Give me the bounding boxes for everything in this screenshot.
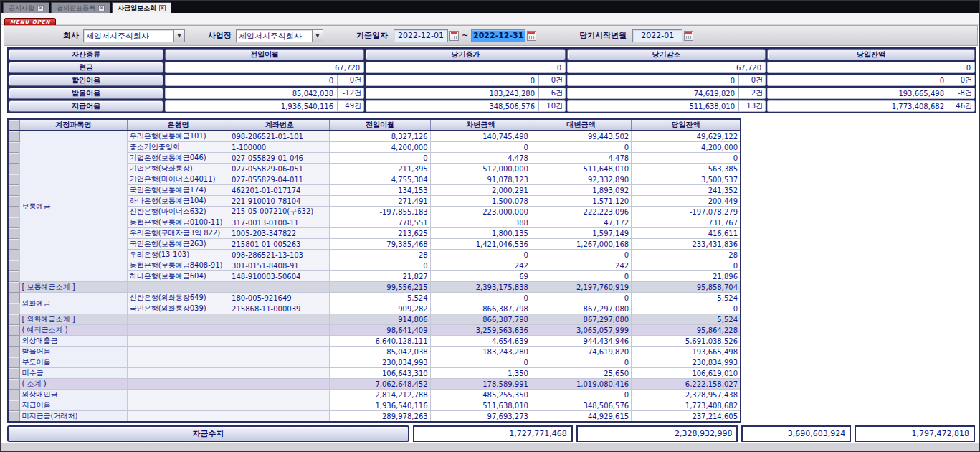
account-number-cell — [229, 411, 330, 423]
company-select[interactable]: 제일저지주식회사 ▼ — [83, 29, 185, 42]
amount-cell: 1,773,408,68246건 — [767, 100, 975, 112]
debit-cell: 178,589,991 — [430, 379, 531, 390]
row-selector[interactable] — [8, 260, 19, 271]
row-selector[interactable] — [8, 336, 19, 347]
amount-value: 1,936,540,116 — [166, 103, 337, 110]
detail-header-account-number: 계좌번호 — [229, 119, 330, 131]
close-icon[interactable]: × — [159, 5, 166, 11]
carryover-cell: 4,755,304 — [330, 174, 430, 185]
period-start-input[interactable]: 2022-01 — [632, 29, 682, 42]
carryover-cell: 5,524 — [330, 293, 430, 303]
credit-cell: 0 — [531, 271, 631, 282]
account-name-cell: 지급어음 — [19, 400, 127, 411]
balance-cell: 4,200,000 — [632, 142, 741, 153]
row-selector[interactable] — [8, 174, 19, 185]
balance-cell: 0 — [632, 153, 741, 164]
status-strip — [1, 443, 979, 451]
carryover-cell: 6,640,128,111 — [330, 336, 430, 347]
row-selector[interactable] — [8, 131, 19, 142]
row-selector[interactable] — [8, 239, 19, 250]
balance-cell: 230,834,993 — [632, 357, 741, 368]
tab-voucher-entry[interactable]: 결의전표등록 × — [51, 2, 110, 13]
calendar-icon[interactable] — [684, 31, 693, 41]
row-selector[interactable] — [8, 357, 19, 368]
carryover-cell: 778,551 — [330, 217, 430, 228]
row-selector[interactable] — [8, 390, 19, 400]
count-value: 49건 — [337, 101, 363, 111]
count-value: -8건 — [948, 88, 974, 98]
table-row[interactable]: 부도어음230,834,99300230,834,993 — [8, 357, 741, 368]
tab-notice[interactable]: 공지사항 × — [3, 2, 49, 13]
debit-cell: 2,000,291 — [430, 185, 531, 196]
row-selector[interactable] — [8, 400, 19, 411]
row-selector[interactable] — [8, 303, 19, 314]
row-selector[interactable] — [8, 217, 19, 228]
table-row[interactable]: [ 외화예금소계 ]914,806866,387,798867,297,0805… — [8, 314, 741, 325]
bank-name-cell: 기업은행(보통예금046) — [127, 153, 229, 164]
table-row[interactable]: 받을어음85,042,038183,243,28074,619,820193,6… — [8, 347, 741, 357]
site-select[interactable]: 제일저지주식회사 ▼ — [236, 29, 323, 42]
account-number-cell: 215868-11-000039 — [229, 303, 330, 314]
row-selector[interactable] — [8, 271, 19, 282]
table-row[interactable]: 보통예금우리은행(보통예금101)098-286521-01-1018,327,… — [8, 131, 741, 142]
row-selector[interactable] — [8, 325, 19, 336]
table-row[interactable]: 외상매입금2,814,212,788485,255,35002,328,957,… — [8, 390, 741, 400]
table-row[interactable]: ( 소계 )7,062,648,452178,589,9911,019,080,… — [8, 379, 741, 390]
carryover-cell: 8,327,126 — [330, 131, 430, 142]
table-row[interactable]: [ 보통예금소계 ]-99,556,2152,393,175,8382,197,… — [8, 282, 741, 293]
table-row[interactable]: 외상매출금6,640,128,111-4,654,639944,434,9465… — [8, 336, 741, 347]
row-selector[interactable] — [8, 314, 19, 325]
row-selector[interactable] — [8, 142, 19, 153]
close-icon[interactable]: × — [98, 5, 105, 11]
date-to-input[interactable]: 2022-12-31 — [471, 29, 525, 42]
table-row[interactable]: 외화예금신한은행(외화통장649)180-005-9216495,524005,… — [8, 293, 741, 303]
row-selector[interactable] — [8, 411, 19, 423]
account-number-cell — [229, 336, 330, 347]
row-selector[interactable] — [8, 379, 19, 390]
summary-row: 받을어음85,042,038-12건183,243,2806건74,619,82… — [9, 88, 975, 99]
table-row[interactable]: 지급어음1,936,540,116511,638,010348,506,5761… — [8, 400, 741, 411]
date-range-separator: ~ — [462, 31, 468, 40]
tab-daily-funds-report[interactable]: 자금일보조회 × — [112, 2, 171, 13]
calendar-icon[interactable] — [449, 31, 459, 41]
row-selector[interactable] — [8, 196, 19, 207]
row-selector[interactable] — [8, 153, 19, 164]
close-icon[interactable]: × — [37, 5, 44, 11]
bank-name-cell — [127, 336, 229, 347]
balance-cell: 233,431,836 — [632, 239, 741, 250]
row-selector[interactable] — [8, 228, 19, 239]
row-selector[interactable] — [8, 347, 19, 357]
row-selector[interactable] — [8, 293, 19, 303]
account-number-cell: 221-910010-78104 — [229, 196, 330, 207]
bank-name-cell: 국민은행(보통예금263) — [127, 239, 229, 250]
balance-cell: 106,619,010 — [632, 368, 741, 379]
count-value: 6건 — [538, 88, 565, 98]
amount-cell: 0 — [366, 62, 566, 73]
amount-value: 67,720 — [568, 64, 765, 72]
row-selector[interactable] — [8, 207, 19, 217]
tab-bar: 공지사항 × 결의전표등록 × 자금일보조회 × — [1, 1, 979, 13]
table-row[interactable]: 미지급금(거래처)289,978,26397,693,27344,929,615… — [8, 411, 741, 423]
detail-table: 계정과목명 은행명 계좌번호 전일이월 차변금액 대변금액 당일잔액 보통예금우… — [7, 118, 741, 423]
count-value: 0건 — [948, 75, 974, 85]
debit-cell: 97,693,273 — [430, 411, 531, 423]
bank-name-cell: 중소기업중앙회 — [127, 142, 229, 153]
row-selector[interactable] — [8, 185, 19, 196]
debit-cell: 242 — [430, 260, 531, 271]
debit-cell: 0 — [430, 142, 531, 153]
date-from-input[interactable]: 2022-12-01 — [394, 29, 448, 42]
account-name-cell: ( 예적금소계 ) — [19, 325, 127, 336]
row-selector[interactable] — [8, 368, 19, 379]
row-selector[interactable] — [8, 250, 19, 260]
calendar-icon[interactable] — [527, 31, 536, 41]
credit-cell: 242 — [531, 260, 631, 271]
table-row[interactable]: 미수금106,643,3101,35025,650106,619,010 — [8, 368, 741, 379]
carryover-cell: 28 — [330, 250, 430, 260]
credit-cell: 222,223,096 — [531, 207, 631, 217]
table-row[interactable]: ( 예적금소계 )-98,641,4093,259,563,6363,065,0… — [8, 325, 741, 336]
debit-cell: 0 — [430, 250, 531, 260]
bank-name-cell — [127, 400, 229, 411]
debit-cell: 866,387,798 — [430, 303, 531, 314]
row-selector[interactable] — [8, 164, 19, 174]
row-selector[interactable] — [8, 282, 19, 293]
